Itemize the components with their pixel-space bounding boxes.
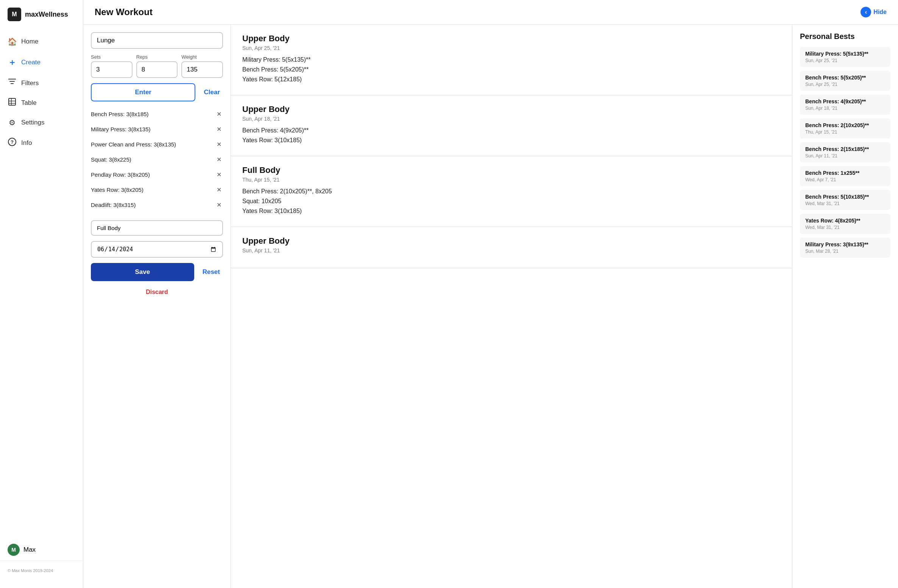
sidebar-item-settings[interactable]: ⚙ Settings	[0, 114, 83, 132]
save-button[interactable]: Save	[91, 263, 194, 281]
workout-exercise: Yates Row: 3(10x185)	[242, 137, 781, 144]
exercise-item: Bench Press: 3(8x185) ✕	[91, 107, 223, 122]
weight-group: Weight	[181, 54, 223, 78]
pb-exercise: Military Press: 5(5x135)**	[805, 51, 885, 57]
pb-exercise: Bench Press: 1x255**	[805, 170, 885, 176]
workout-exercise: Military Press: 5(5x135)**	[242, 56, 781, 63]
main-body: Sets Reps Weight Enter Clear Bench Pr	[83, 25, 898, 588]
reps-group: Reps	[136, 54, 178, 78]
discard-button[interactable]: Discard	[91, 286, 223, 298]
pb-exercise: Military Press: 3(9x135)**	[805, 241, 885, 247]
sets-input[interactable]	[91, 61, 133, 78]
remove-exercise-button[interactable]: ✕	[215, 171, 223, 178]
workout-card: Upper Body Sun, Apr 25, '21 Military Pre…	[231, 25, 792, 95]
clear-button[interactable]: Clear	[201, 89, 223, 96]
sidebar-nav: 🏠 Home ＋ Create Filters Table ⚙ Settings…	[0, 33, 83, 535]
pb-date: Sun, Apr 25, '21	[805, 58, 885, 63]
workout-name-input[interactable]	[91, 220, 223, 236]
settings-icon: ⚙	[8, 118, 17, 127]
svg-rect-0	[9, 98, 16, 105]
workout-exercise: Bench Press: 4(9x205)**	[242, 127, 781, 134]
sets-label: Sets	[91, 54, 133, 60]
sidebar-item-filters[interactable]: Filters	[0, 74, 83, 92]
pb-exercise: Bench Press: 5(5x205)**	[805, 75, 885, 81]
info-icon: ?	[8, 138, 17, 148]
exercise-item: Pendlay Row: 3(8x205) ✕	[91, 167, 223, 182]
logo-icon: M	[8, 8, 21, 21]
personal-bests-title: Personal Bests	[800, 32, 890, 41]
user-profile[interactable]: M Max	[0, 539, 83, 560]
reps-label: Reps	[136, 54, 178, 60]
sidebar-item-table[interactable]: Table	[0, 93, 83, 112]
weight-input[interactable]	[181, 61, 223, 78]
create-icon: ＋	[8, 57, 17, 68]
remove-exercise-button[interactable]: ✕	[215, 126, 223, 133]
sidebar-label-create: Create	[21, 59, 41, 66]
exercise-text: Deadlift: 3(8x315)	[91, 202, 136, 208]
pb-date: Sun, Apr 11, '21	[805, 153, 885, 159]
sidebar-item-info[interactable]: ? Info	[0, 133, 83, 152]
sidebar-item-home[interactable]: 🏠 Home	[0, 33, 83, 51]
pb-item: Bench Press: 1x255** Wed, Apr 7, '21	[800, 166, 890, 186]
exercise-list: Bench Press: 3(8x185) ✕ Military Press: …	[91, 107, 223, 213]
home-icon: 🏠	[8, 37, 17, 46]
reps-input[interactable]	[136, 61, 178, 78]
remove-exercise-button[interactable]: ✕	[215, 156, 223, 163]
user-avatar: M	[8, 544, 20, 556]
exercise-text: Yates Row: 3(8x205)	[91, 187, 143, 193]
sidebar: M maxWellness 🏠 Home ＋ Create Filters Ta…	[0, 0, 83, 588]
sidebar-label-home: Home	[21, 38, 38, 45]
sidebar-label-table: Table	[21, 99, 37, 107]
workout-exercise: Bench Press: 5(5x205)**	[242, 66, 781, 73]
exercise-text: Pendlay Row: 3(8x205)	[91, 171, 150, 178]
sets-group: Sets	[91, 54, 133, 78]
sets-reps-row: Sets Reps Weight	[91, 54, 223, 78]
workout-card: Full Body Thu, Apr 15, '21 Bench Press: …	[231, 156, 792, 227]
workout-exercise: Yates Row: 5(12x185)	[242, 76, 781, 83]
pb-date: Sun, Apr 25, '21	[805, 82, 885, 87]
pb-exercise: Bench Press: 2(15x185)**	[805, 146, 885, 152]
workout-exercise: Squat: 10x205	[242, 198, 781, 205]
hide-label: Hide	[873, 9, 887, 16]
form-panel: Sets Reps Weight Enter Clear Bench Pr	[83, 25, 231, 588]
date-input[interactable]	[91, 241, 223, 258]
history-panel: Upper Body Sun, Apr 25, '21 Military Pre…	[231, 25, 792, 588]
user-name: Max	[23, 546, 36, 554]
pb-exercise: Yates Row: 4(8x205)**	[805, 218, 885, 224]
remove-exercise-button[interactable]: ✕	[215, 141, 223, 148]
remove-exercise-button[interactable]: ✕	[215, 186, 223, 193]
page-title: New Workout	[95, 7, 153, 17]
hide-button[interactable]: ‹ Hide	[861, 7, 887, 17]
workout-title: Upper Body	[242, 236, 781, 246]
workout-card: Upper Body Sun, Apr 11, '21	[231, 227, 792, 268]
pb-date: Sun, Mar 28, '21	[805, 249, 885, 254]
pb-date: Thu, Apr 15, '21	[805, 129, 885, 135]
table-icon	[8, 98, 17, 107]
pb-item: Bench Press: 2(15x185)** Sun, Apr 11, '2…	[800, 142, 890, 162]
remove-exercise-button[interactable]: ✕	[215, 201, 223, 208]
workout-date: Sun, Apr 18, '21	[242, 116, 781, 122]
save-reset-row: Save Reset	[91, 263, 223, 281]
pb-item: Bench Press: 5(5x205)** Sun, Apr 25, '21	[800, 71, 890, 91]
workout-title: Full Body	[242, 165, 781, 175]
sidebar-label-info: Info	[21, 139, 32, 147]
workout-title: Upper Body	[242, 34, 781, 44]
enter-button[interactable]: Enter	[91, 83, 195, 101]
svg-text:?: ?	[11, 139, 14, 145]
logo-name: maxWellness	[25, 11, 68, 19]
app-logo: M maxWellness	[0, 8, 83, 33]
reset-button[interactable]: Reset	[200, 268, 223, 276]
filter-icon	[8, 79, 17, 87]
sidebar-label-filters: Filters	[21, 79, 39, 87]
exercise-text: Squat: 3(8x225)	[91, 156, 131, 163]
remove-exercise-button[interactable]: ✕	[215, 110, 223, 118]
pb-exercise: Bench Press: 4(9x205)**	[805, 98, 885, 104]
pb-date: Sun, Apr 18, '21	[805, 106, 885, 111]
exercise-text: Bench Press: 3(8x185)	[91, 111, 149, 117]
workout-date: Sun, Apr 11, '21	[242, 247, 781, 254]
sidebar-item-create[interactable]: ＋ Create	[0, 52, 83, 73]
weight-label: Weight	[181, 54, 223, 60]
pb-exercise: Bench Press: 5(10x185)**	[805, 194, 885, 200]
exercise-input[interactable]	[91, 32, 223, 49]
exercise-text: Power Clean and Press: 3(8x135)	[91, 141, 176, 148]
